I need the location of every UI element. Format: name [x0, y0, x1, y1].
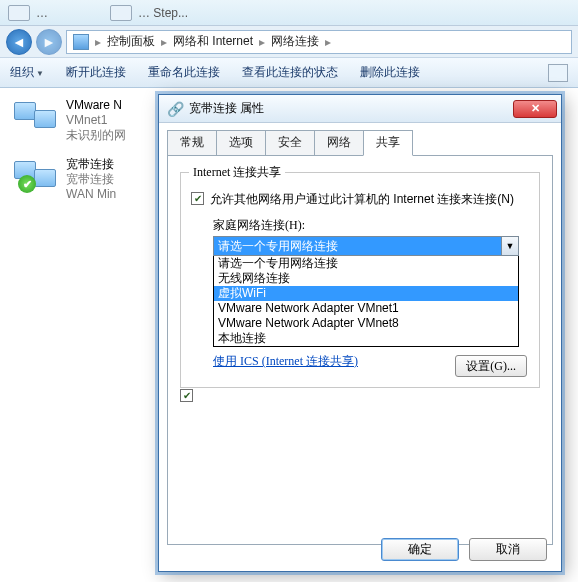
tab-general[interactable]: 常规	[167, 130, 217, 156]
item-sub2: WAN Min	[66, 187, 116, 202]
ics-help-link[interactable]: 使用 ICS (Internet 连接共享)	[213, 353, 358, 370]
item-name: 宽带连接	[66, 157, 116, 172]
dropdown-option[interactable]: VMware Network Adapter VMnet8	[214, 316, 518, 331]
address-bar: ◄ ► ▸ 控制面板 ▸ 网络和 Internet ▸ 网络连接 ▸	[0, 26, 578, 58]
allow-sharing-checkbox[interactable]	[191, 192, 204, 205]
ok-button[interactable]: 确定	[381, 538, 459, 561]
disconnect-cmd[interactable]: 断开此连接	[66, 64, 126, 81]
tab-options[interactable]: 选项	[216, 130, 266, 156]
chevron-right-icon: ▸	[259, 35, 265, 49]
dropdown-option[interactable]: 无线网络连接	[214, 271, 518, 286]
forward-button[interactable]: ►	[36, 29, 62, 55]
tab-security[interactable]: 安全	[265, 130, 315, 156]
network-adapter-icon: ✔	[14, 157, 58, 195]
breadcrumb[interactable]: ▸ 控制面板 ▸ 网络和 Internet ▸ 网络连接 ▸	[66, 30, 572, 54]
organize-menu[interactable]: 组织▼	[10, 64, 44, 81]
title-hint-1: …	[36, 6, 48, 20]
back-button[interactable]: ◄	[6, 29, 32, 55]
dropdown-option[interactable]: 请选一个专用网络连接	[214, 256, 518, 271]
rename-cmd[interactable]: 重命名此连接	[148, 64, 220, 81]
tab-strip: 常规 选项 安全 网络 共享	[159, 123, 561, 155]
delete-cmd[interactable]: 删除此连接	[360, 64, 420, 81]
cancel-button[interactable]: 取消	[469, 538, 547, 561]
chevron-down-icon[interactable]: ▼	[501, 237, 518, 255]
tab-panel-sharing: Internet 连接共享 允许其他网络用户通过此计算机的 Internet 连…	[167, 155, 553, 545]
group-legend: Internet 连接共享	[189, 164, 285, 181]
dialog-title: 宽带连接 属性	[189, 100, 264, 117]
allow-sharing-row: 允许其他网络用户通过此计算机的 Internet 连接来连接(N)	[191, 191, 529, 207]
window-btn-2[interactable]	[110, 5, 132, 21]
crumb-0[interactable]: 控制面板	[107, 33, 155, 50]
status-cmd[interactable]: 查看此连接的状态	[242, 64, 338, 81]
close-button[interactable]: ✕	[513, 100, 557, 118]
title-hint-2: … Step...	[138, 6, 188, 20]
crumb-1[interactable]: 网络和 Internet	[173, 33, 253, 50]
item-name: VMware N	[66, 98, 126, 113]
item-sub1: VMnet1	[66, 113, 126, 128]
chevron-right-icon: ▸	[161, 35, 167, 49]
crumb-2[interactable]: 网络连接	[271, 33, 319, 50]
window-btn-1[interactable]	[8, 5, 30, 21]
dropdown-option[interactable]: 虚拟WiFi	[214, 286, 518, 301]
dialog-titlebar[interactable]: 🔗 宽带连接 属性 ✕	[159, 95, 561, 123]
chevron-right-icon: ▸	[325, 35, 331, 49]
network-adapter-icon	[14, 98, 58, 136]
dropdown-option[interactable]: 本地连接	[214, 331, 518, 346]
tab-sharing[interactable]: 共享	[363, 130, 413, 156]
allow-sharing-label: 允许其他网络用户通过此计算机的 Internet 连接来连接(N)	[210, 191, 514, 207]
dropdown-selected: 请选一个专用网络连接	[214, 237, 501, 255]
home-network-dropdown[interactable]: 请选一个专用网络连接 ▼ 请选一个专用网络连接 无线网络连接 虚拟WiFi VM…	[213, 236, 519, 347]
window-titlebar: … … Step...	[0, 0, 578, 26]
command-toolbar: 组织▼ 断开此连接 重命名此连接 查看此连接的状态 删除此连接	[0, 58, 578, 88]
connected-check-icon: ✔	[18, 175, 36, 193]
list-item[interactable]: VMware N VMnet1 未识别的网	[14, 98, 154, 143]
connection-icon: 🔗	[167, 101, 183, 117]
allow-control-checkbox-2[interactable]	[180, 389, 193, 402]
tab-network[interactable]: 网络	[314, 130, 364, 156]
dialog-buttons: 确定 取消	[381, 538, 547, 561]
ics-groupbox: Internet 连接共享 允许其他网络用户通过此计算机的 Internet 连…	[180, 172, 540, 388]
network-folder-icon	[73, 34, 89, 50]
chevron-right-icon: ▸	[95, 35, 101, 49]
home-network-label: 家庭网络连接(H):	[213, 217, 529, 234]
view-icon[interactable]	[548, 64, 568, 82]
settings-button[interactable]: 设置(G)...	[455, 355, 527, 377]
item-sub2: 未识别的网	[66, 128, 126, 143]
allow-control-row-2	[180, 388, 540, 402]
properties-dialog: 🔗 宽带连接 属性 ✕ 常规 选项 安全 网络 共享 Internet 连接共享…	[158, 94, 562, 572]
dropdown-list: 请选一个专用网络连接 无线网络连接 虚拟WiFi VMware Network …	[213, 256, 519, 347]
list-item[interactable]: ✔ 宽带连接 宽带连接 WAN Min	[14, 157, 154, 202]
item-sub1: 宽带连接	[66, 172, 116, 187]
dropdown-option[interactable]: VMware Network Adapter VMnet1	[214, 301, 518, 316]
